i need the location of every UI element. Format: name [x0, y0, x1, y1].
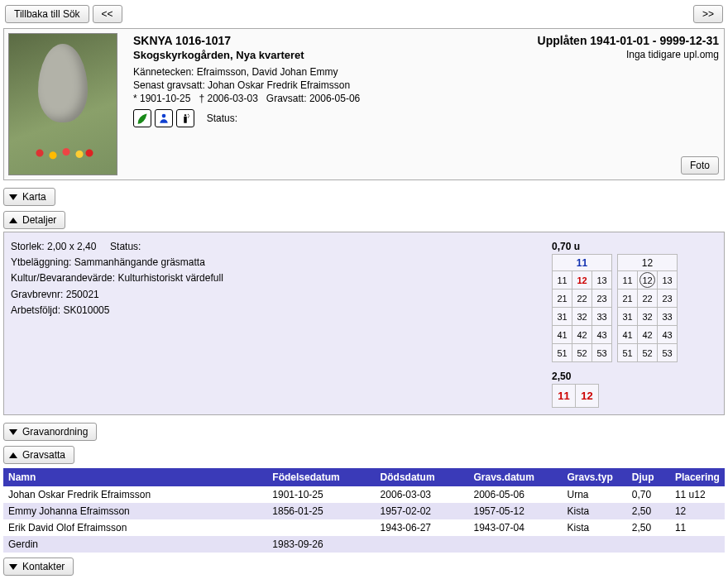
svg-point-4 — [189, 116, 189, 117]
plot-col12-header: 12 — [617, 254, 678, 270]
plot-cell[interactable]: 13 — [592, 271, 612, 290]
karta-label: Karta — [22, 191, 46, 203]
plot-cell[interactable]: 21 — [618, 290, 638, 308]
plot-col11-header: 11 — [552, 254, 612, 270]
col-gravs[interactable]: Gravs.datum — [469, 468, 563, 486]
table-row[interactable]: Gerdin1983-09-26 — [3, 536, 725, 553]
birth-date: 1901-10-25 — [140, 93, 190, 104]
col-djup[interactable]: Djup — [627, 468, 670, 486]
flowers-shape — [30, 141, 96, 165]
table-row[interactable]: Erik David Olof Efraimsson1943-06-271943… — [3, 519, 725, 536]
plot-cell[interactable]: 12 — [638, 271, 658, 290]
detaljer-label: Detaljer — [22, 214, 56, 226]
plot-cell[interactable]: 13 — [658, 271, 678, 290]
prev-button[interactable]: << — [93, 5, 122, 23]
gravsatt-value: 2006-05-06 — [309, 93, 360, 104]
kontakter-toggle[interactable]: Kontakter — [3, 557, 74, 576]
senast-value: Johan Oskar Fredrik Efraimsson — [208, 79, 350, 91]
kultur-label: Kultur/Bevarandevärde: — [11, 272, 115, 284]
chevron-up-icon — [9, 452, 17, 458]
svg-point-3 — [188, 114, 189, 115]
chevron-down-icon — [9, 194, 17, 200]
detaljer-toggle[interactable]: Detaljer — [3, 211, 65, 229]
plot-cell[interactable]: 33 — [658, 308, 678, 326]
plot-cell[interactable]: 12 — [576, 385, 599, 408]
stone-shape — [38, 44, 88, 122]
plot-cell[interactable]: 41 — [618, 326, 638, 344]
gravsatta-label: Gravsatta — [22, 449, 65, 461]
leaf-icon[interactable] — [133, 109, 151, 127]
col-typ[interactable]: Gravs.typ — [562, 468, 626, 486]
plot-cell[interactable]: 52 — [572, 344, 592, 362]
plot-cell[interactable]: 31 — [553, 308, 572, 326]
storlek-label: Storlek: — [11, 241, 45, 252]
karta-toggle[interactable]: Karta — [3, 188, 55, 206]
death-prefix: † — [199, 93, 204, 104]
upplaten-range: Upplåten 1941-01-01 - 9999-12-31 — [504, 34, 719, 47]
plot-cell[interactable]: 21 — [553, 290, 572, 308]
gravanordning-label: Gravanordning — [22, 426, 88, 438]
plot-lower-label: 2,50 — [552, 371, 717, 382]
plot-cell[interactable]: 41 — [553, 326, 572, 344]
top-bar: Tillbaka till Sök << >> — [3, 3, 725, 25]
table-row[interactable]: Johan Oskar Fredrik Efraimsson1901-10-25… — [3, 486, 725, 503]
foto-button[interactable]: Foto — [681, 156, 719, 175]
plot-cell[interactable]: 23 — [658, 290, 678, 308]
svg-rect-1 — [184, 117, 187, 123]
plot-cell[interactable]: 51 — [618, 344, 638, 362]
plot-cell[interactable]: 23 — [592, 290, 612, 308]
kultur-value: Kulturhistoriskt värdefull — [117, 272, 223, 284]
birth-prefix: * — [133, 93, 137, 104]
plot-cell[interactable]: 12 — [572, 271, 592, 290]
back-to-search-button[interactable]: Tillbaka till Sök — [5, 5, 89, 23]
gravanordning-toggle[interactable]: Gravanordning — [3, 423, 97, 441]
gravbrev-label: Gravbrevnr: — [11, 289, 63, 300]
chevron-down-icon — [9, 429, 17, 435]
spray-icon[interactable] — [176, 109, 194, 127]
plot-cell[interactable]: 22 — [572, 290, 592, 308]
plot-cell[interactable]: 11 — [553, 385, 576, 408]
gravsatt-label: Gravsatt: — [266, 93, 307, 104]
plot-cell[interactable]: 31 — [618, 308, 638, 326]
col-fodelse[interactable]: Födelsedatum — [267, 468, 375, 486]
plot-cell[interactable]: 51 — [553, 344, 572, 362]
plot-cell[interactable]: 11 — [618, 271, 638, 290]
plot-cell[interactable]: 11 — [553, 271, 572, 290]
next-button[interactable]: >> — [693, 5, 723, 23]
plot-cell[interactable]: 53 — [658, 344, 678, 362]
plot-cell[interactable]: 32 — [638, 308, 658, 326]
plot-cell[interactable]: 32 — [572, 308, 592, 326]
plot-cell[interactable]: 42 — [572, 326, 592, 344]
kontakter-label: Kontakter — [22, 561, 65, 572]
gravsatta-table: Namn Födelsedatum Dödsdatum Gravs.datum … — [3, 468, 725, 553]
grave-photo-thumbnail[interactable] — [9, 34, 117, 175]
summary-card: SKNYA 1016-1017 Skogskyrkogården, Nya kv… — [3, 28, 725, 180]
plot-upper-label: 0,70 u — [552, 241, 717, 252]
plot-cell[interactable]: 33 — [592, 308, 612, 326]
plot-cell[interactable]: 52 — [638, 344, 658, 362]
plot-cell[interactable]: 53 — [592, 344, 612, 362]
chevron-down-icon — [9, 564, 17, 570]
plot-cell[interactable]: 43 — [592, 326, 612, 344]
gravsatta-toggle[interactable]: Gravsatta — [3, 446, 74, 464]
kannetecken-label: Kännetecken: — [133, 66, 194, 78]
kannetecken-value: Efraimsson, David Johan Emmy — [197, 66, 338, 78]
plot-cell[interactable]: 42 — [638, 326, 658, 344]
person-icon[interactable] — [155, 109, 173, 127]
col-namn[interactable]: Namn — [3, 468, 267, 486]
senast-label: Senast gravsatt: — [133, 79, 205, 91]
svg-point-0 — [162, 114, 166, 118]
upplaten-note: Inga tidigare upl.omg — [504, 49, 719, 60]
plot-cell[interactable]: 22 — [638, 290, 658, 308]
details-status-label: Status: — [110, 241, 141, 252]
ytbelaggning-label: Ytbeläggning: — [11, 256, 71, 268]
table-row[interactable]: Emmy Johanna Efraimsson1856-01-251957-02… — [3, 503, 725, 519]
ytbelaggning-value: Sammanhängande gräsmatta — [74, 256, 205, 268]
chevron-up-icon — [9, 218, 17, 223]
col-plac[interactable]: Placering — [670, 468, 725, 486]
death-date: 2006-03-03 — [207, 93, 257, 104]
grave-id-title: SKNYA 1016-1017 — [133, 34, 504, 47]
plot-cell[interactable]: 43 — [658, 326, 678, 344]
col-dods[interactable]: Dödsdatum — [376, 468, 469, 486]
plot-grid-lower: 11 12 — [552, 384, 599, 408]
